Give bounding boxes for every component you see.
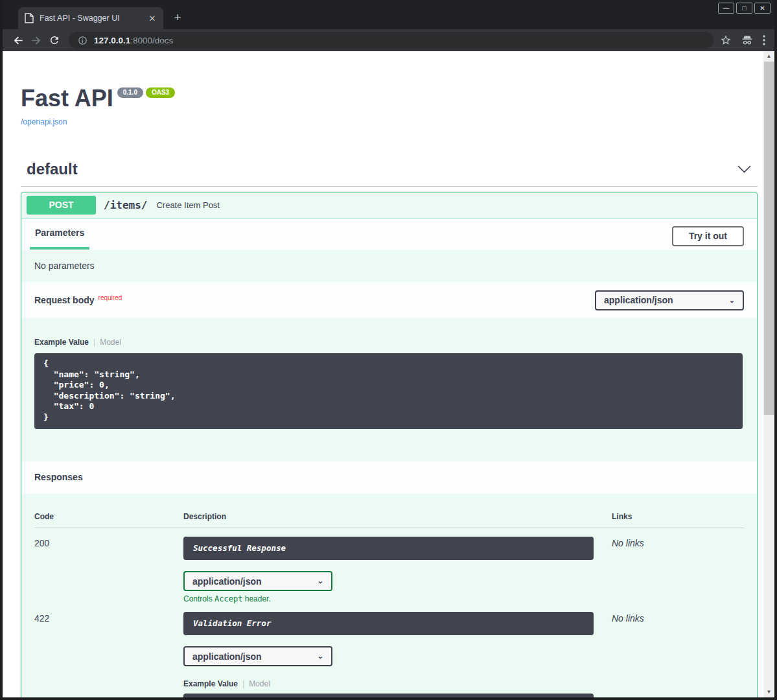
responses-table: Code Description Links 200 Successful Re… — [21, 494, 757, 697]
forward-icon[interactable] — [27, 31, 45, 49]
response-description: Successful Response — [183, 537, 594, 560]
browser-tab[interactable]: Fast API - Swagger UI ✕ — [18, 7, 163, 29]
try-it-out-button[interactable]: Try it out — [672, 226, 744, 246]
example-json-code: { "name": "string", "price": 0, "descrip… — [34, 353, 743, 429]
col-links: Links — [612, 512, 744, 521]
chevron-down-icon[interactable] — [737, 165, 751, 173]
window-minimize-button[interactable]: — — [718, 3, 734, 14]
request-body-label: Request body — [34, 295, 95, 305]
response-content-type-select-422[interactable]: application/json ⌄ — [183, 646, 332, 666]
tab-model[interactable]: Model — [249, 679, 270, 688]
new-tab-button[interactable]: + — [170, 10, 185, 25]
method-badge: POST — [27, 196, 96, 215]
back-icon[interactable] — [9, 31, 27, 49]
tag-section-title: default — [27, 160, 78, 178]
tab-model[interactable]: Model — [100, 338, 121, 347]
swagger-page: ▲ ▼ Fast API0.1.0OAS3 /openapi.json defa… — [3, 51, 774, 697]
response-code: 422 — [34, 612, 183, 697]
tab-title: Fast API - Swagger UI — [40, 14, 146, 23]
select-chevron-icon: ⌄ — [318, 577, 323, 585]
accept-header-note: Controls Accept header. — [183, 594, 612, 603]
scrollbar-down-icon[interactable]: ▼ — [763, 687, 774, 697]
required-label: required — [99, 294, 122, 301]
browser-window: Fast API - Swagger UI ✕ + — □ ✕ 127.0.0.… — [0, 0, 777, 700]
response-links: No links — [612, 537, 744, 603]
validation-error-example-code — [183, 694, 594, 697]
opblock-summary[interactable]: POST /items/ Create Item Post — [21, 192, 757, 218]
responses-header: Responses — [21, 461, 757, 494]
refresh-icon[interactable] — [45, 31, 64, 49]
scrollbar-thumb[interactable] — [764, 62, 774, 415]
tab-strip: Fast API - Swagger UI ✕ + — □ ✕ — [3, 0, 774, 29]
opblock-post-items: POST /items/ Create Item Post Parameters… — [21, 192, 758, 697]
tab-parameters[interactable]: Parameters — [30, 226, 89, 250]
tab-close-icon[interactable]: ✕ — [146, 14, 158, 23]
col-code: Code — [34, 512, 183, 521]
site-info-icon[interactable] — [78, 36, 87, 45]
tab-example-value[interactable]: Example Value — [183, 679, 238, 688]
operation-summary: Create Item Post — [156, 200, 220, 210]
tab-example-value[interactable]: Example Value — [34, 338, 89, 347]
url-host: 127.0.0.1 — [94, 36, 130, 45]
vertical-scrollbar[interactable]: ▲ ▼ — [763, 51, 774, 697]
response-links: No links — [612, 612, 744, 697]
page-document-icon — [25, 13, 34, 23]
bookmark-star-icon[interactable] — [720, 34, 732, 46]
response-code: 200 — [34, 537, 183, 603]
menu-kebab-icon[interactable] — [763, 35, 765, 45]
select-chevron-icon: ⌄ — [318, 652, 323, 660]
page-title: Fast API — [21, 85, 113, 111]
tag-section-header[interactable]: default — [21, 160, 758, 187]
address-bar[interactable]: 127.0.0.1:8000/docs — [69, 32, 713, 49]
browser-toolbar: 127.0.0.1:8000/docs — [3, 29, 774, 51]
url-path: :8000/docs — [130, 36, 173, 45]
response-description: Validation Error — [183, 612, 594, 635]
request-body-header: Request bodyrequired application/json ⌄ — [21, 282, 757, 318]
request-body-example: Example Value|Model { "name": "string", … — [21, 318, 757, 461]
response-row-200: 200 Successful Response application/json… — [34, 528, 744, 603]
request-content-type-select[interactable]: application/json ⌄ — [595, 290, 744, 310]
response-row-422: 422 Validation Error application/json ⌄ … — [34, 603, 744, 697]
openapi-spec-link[interactable]: /openapi.json — [21, 117, 758, 126]
col-description: Description — [183, 512, 612, 521]
version-badge: 0.1.0 — [117, 88, 143, 98]
parameters-header: Parameters Try it out — [21, 218, 757, 250]
operation-path: /items/ — [104, 199, 147, 211]
window-close-button[interactable]: ✕ — [754, 3, 771, 14]
response-content-type-select-200[interactable]: application/json ⌄ — [183, 571, 332, 591]
oas3-badge: OAS3 — [146, 88, 175, 98]
select-chevron-icon: ⌄ — [729, 296, 735, 305]
window-maximize-button[interactable]: □ — [736, 3, 752, 14]
scrollbar-up-icon[interactable]: ▲ — [763, 51, 774, 62]
incognito-icon — [741, 34, 754, 46]
no-parameters-text: No parameters — [21, 250, 757, 282]
